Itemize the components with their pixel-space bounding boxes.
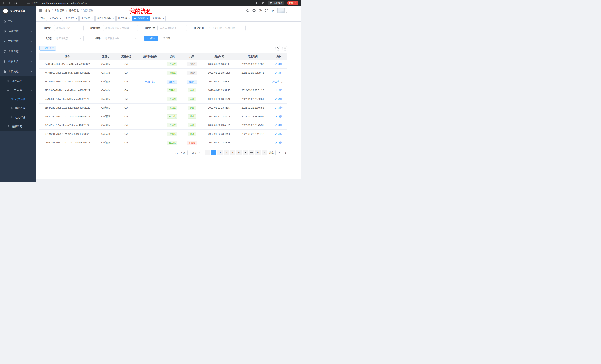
my-process-icon [10,98,13,101]
page-button-3[interactable]: 3 [224,150,229,155]
close-icon[interactable]: × [76,17,77,19]
category-select[interactable]: 请选择流程分类 [158,25,187,31]
detail-link[interactable]: 详情 [275,89,282,92]
breadcrumb-item[interactable]: 任务管理 [69,9,79,12]
tab-label: 流程表单-编辑 [97,17,111,20]
tab-process-definition[interactable]: 流程定义× [48,16,63,21]
home-icon[interactable] [20,1,23,4]
workflow-icon [3,70,6,73]
detail-link[interactable]: 详情 [275,97,282,101]
key-icon[interactable] [256,1,259,4]
page-button-1[interactable]: 1 [211,150,216,155]
refresh-table-button[interactable] [282,46,288,51]
avatar[interactable] [278,8,285,13]
close-icon[interactable]: × [91,17,93,19]
page-button-6[interactable]: 6 [243,150,248,155]
menu-dots-icon[interactable] [294,2,297,4]
close-icon[interactable]: × [112,17,114,19]
fullscreen-icon[interactable] [265,9,268,12]
sidebar-item-process-manage[interactable]: 流程管理 [0,77,36,86]
search-icon[interactable] [246,9,249,12]
forward-icon[interactable] [8,1,11,4]
chevron-down-icon [199,152,201,154]
detail-link[interactable]: 详情 [275,141,282,144]
page-button-11[interactable]: 11 [255,150,260,155]
user-menu[interactable] [278,8,287,13]
detail-link[interactable]: 详情 [275,106,282,109]
tab-process-model[interactable]: 流程模型× [64,16,79,21]
sidebar-item-payment[interactable]: ¥支付管理 [0,36,36,46]
sidebar-item-workflow[interactable]: 工作流程 [0,67,36,77]
sidebar-item-task-manage[interactable]: 任务管理 [0,86,36,95]
more-pages-button[interactable]: ••• [249,150,254,155]
page-button-4[interactable]: 4 [230,150,235,155]
page-button-2[interactable]: 2 [218,150,223,155]
sidebar-item-infrastructure[interactable]: 基础设施 [0,46,36,56]
cell-result: 通过 [181,130,203,138]
tab-my-process[interactable]: 我的流程× [132,16,150,21]
tab-process-form-edit[interactable]: 流程表单-编辑× [95,16,116,21]
prev-page-button[interactable] [205,150,210,155]
sidebar-item-todo-task[interactable]: 待办任务 [0,104,36,113]
github-icon[interactable] [252,9,256,12]
update-button[interactable]: 更新 [287,1,298,5]
tab-bar: 首页流程定义×流程模型×流程表单×流程表单-编辑×用户分组×我的流程×发起流程× [36,15,300,21]
detail-link[interactable]: 详情 [275,63,282,66]
detail-link[interactable]: 详情 [275,124,282,127]
result-select[interactable]: 请选择流结果 [103,36,138,41]
address-bar[interactable]: 不安全 dashboard.yudao.iocoder.cn/bpm/task/… [27,1,87,5]
page-button-5[interactable]: 5 [236,150,242,155]
process-def-input[interactable] [103,25,138,31]
tab-process-form[interactable]: 流程表单× [80,16,95,21]
help-icon[interactable]: ? [259,9,262,12]
close-icon[interactable]: × [60,17,61,19]
page-size-select[interactable]: 10条/页 [187,150,203,155]
star-icon[interactable] [262,1,265,4]
submit-time-label: 提交时间 [192,26,204,30]
process-name-input[interactable] [54,25,84,31]
sidebar-item-my-process[interactable]: 我的流程 [0,95,36,104]
close-icon[interactable]: × [128,17,130,19]
sidebar-item-done-task[interactable]: 已办任务 [0,113,36,122]
cell-category: OA [116,138,136,147]
font-size-icon[interactable]: TT [271,9,274,12]
detail-link[interactable]: 详情 [275,132,282,136]
cell-result: 通过 [181,95,203,103]
tab-start-process[interactable]: 发起流程× [151,16,166,21]
sidebar-item-home[interactable]: 首页 [0,16,36,26]
next-page-button[interactable] [262,150,267,155]
cell-result: 通过 [181,112,203,121]
search-button[interactable]: 搜索 [144,36,158,41]
submit-time-range[interactable]: 开始日期 - 结束日期 [207,25,246,31]
show-search-button[interactable] [275,46,280,51]
start-process-button[interactable]: 发起流程 [39,46,56,51]
detail-link[interactable]: 详情 [275,115,282,118]
current-task-link[interactable]: 一级审批 [145,80,155,83]
result-tag: 已取消 [187,71,197,75]
status-select[interactable]: 请选择状态 [54,36,84,41]
reload-icon[interactable] [14,1,17,4]
process-table-head-row: 编号流程名流程分类当前审批任务状态结果提交时间结束时间操作 [39,53,288,60]
close-icon[interactable]: × [163,17,164,19]
hamburger-icon[interactable] [39,9,42,12]
cancel-link[interactable]: 取消 [272,80,279,83]
tab-label: 发起流程 [152,17,161,20]
back-icon[interactable] [2,1,5,4]
sidebar-item-leave-query[interactable]: 请假查询 [0,122,36,131]
goto-page-input[interactable] [275,150,283,155]
tab-user-group[interactable]: 用户分组× [116,16,131,21]
breadcrumb-item: 我的流程 [83,9,94,12]
cell-process-name: OA 请假 [95,121,116,130]
sidebar-item-devtools[interactable]: 研发工具 [0,56,36,67]
edit-icon [275,124,277,126]
reset-button[interactable]: 重置 [160,36,173,41]
sidebar-item-system[interactable]: 系统管理 [0,26,36,36]
breadcrumb-item[interactable]: 首页 [45,9,50,12]
close-icon[interactable]: × [147,17,148,19]
breadcrumb-item[interactable]: 工作流程 [54,9,65,12]
detail-link[interactable]: 详情 [275,71,282,75]
tab-home[interactable]: 首页 [39,16,47,21]
cell-id: 819442e8-7b9a-11ec-a290-acde48001122 [39,103,95,112]
table-row: 7317cec6-7b9b-11ec-b5b7-acde48001122OA 请… [39,77,288,86]
total-count: 共 104 条 [175,151,186,154]
